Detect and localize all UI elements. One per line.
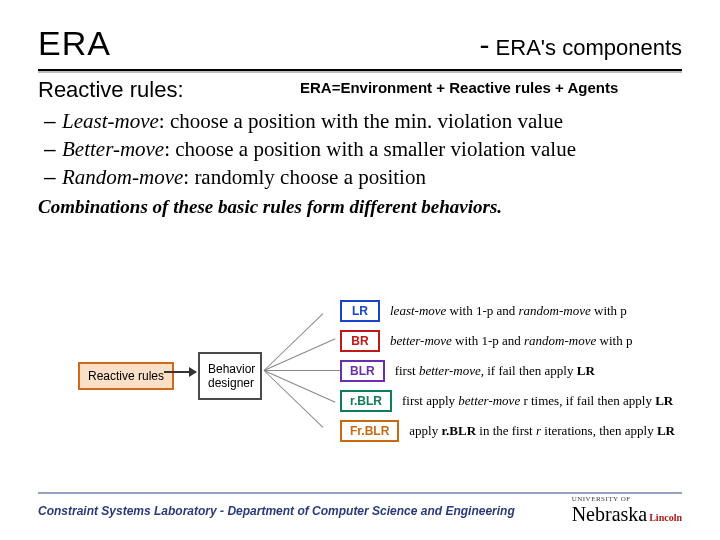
university-logo: UNIVERSITY OF NebraskaLincoln — [572, 495, 682, 526]
rule-row: LR least-move with 1-p and random-move w… — [340, 300, 627, 322]
connector-line — [264, 370, 340, 371]
rule-row: Fr.BLR apply r.BLR in the first r iterat… — [340, 420, 675, 442]
rule-desc: apply r.BLR in the first r iterations, t… — [409, 423, 675, 439]
bullet-name: Better-move — [62, 137, 164, 161]
rule-code-box: r.BLR — [340, 390, 392, 412]
logo-nebraska: Nebraska — [572, 503, 648, 525]
bullet-item: – Better-move: choose a position with a … — [44, 136, 682, 163]
content-block: Reactive rules: – Least-move: choose a p… — [0, 96, 720, 219]
footer-lab: Constraint Systems Laboratory - Departme… — [38, 504, 515, 518]
rule-code-box: BLR — [340, 360, 385, 382]
behavior-diagram: Reactive rules Behavior designer LR leas… — [78, 300, 678, 460]
bullet-item: – Random-move: randomly choose a positio… — [44, 164, 682, 191]
behavior-designer-box: Behavior designer — [198, 352, 262, 400]
logo-lincoln: Lincoln — [649, 512, 682, 523]
slide-header: ERA -ERA's components — [0, 0, 720, 67]
bullet-name: Least-move — [62, 109, 159, 133]
conclusion-line: Combinations of these basic rules form d… — [38, 195, 682, 219]
bullet-desc: : choose a position with a smaller viola… — [164, 137, 576, 161]
connector-line — [264, 313, 324, 371]
logo-university-of: UNIVERSITY OF — [572, 495, 682, 503]
header-subtitle: ERA's components — [496, 35, 682, 60]
arrow-icon — [164, 371, 196, 373]
bullet-dash: – — [44, 108, 62, 135]
bullet-item: – Least-move: choose a position with the… — [44, 108, 682, 135]
bullet-desc: : randomly choose a position — [183, 165, 426, 189]
slide-footer: Constraint Systems Laboratory - Departme… — [38, 495, 682, 526]
rule-desc: better-move with 1-p and random-move wit… — [390, 333, 632, 349]
bullet-name: Random-move — [62, 165, 183, 189]
rule-row: BLR first better-move, if fail then appl… — [340, 360, 595, 382]
bullet-dash: – — [44, 164, 62, 191]
rule-row: BR better-move with 1-p and random-move … — [340, 330, 632, 352]
reactive-rules-box: Reactive rules — [78, 362, 174, 390]
rule-code-box: BR — [340, 330, 380, 352]
header-right: -ERA's components — [480, 28, 682, 62]
bullet-dash: – — [44, 136, 62, 163]
rule-code-box: Fr.BLR — [340, 420, 399, 442]
rule-desc: first better-move, if fail then apply LR — [395, 363, 595, 379]
bullet-desc: : choose a position with the min. violat… — [159, 109, 563, 133]
bullet-list: – Least-move: choose a position with the… — [44, 108, 682, 191]
header-dash: - — [480, 28, 496, 61]
connector-line — [264, 338, 336, 371]
rule-desc: first apply better-move r times, if fail… — [402, 393, 673, 409]
connector-line — [264, 370, 336, 403]
connector-line — [264, 370, 324, 428]
header-left: ERA — [38, 24, 111, 63]
footer-rule — [38, 492, 682, 494]
rule-desc: least-move with 1-p and random-move with… — [390, 303, 627, 319]
rule-code-box: LR — [340, 300, 380, 322]
rule-row: r.BLR first apply better-move r times, i… — [340, 390, 673, 412]
